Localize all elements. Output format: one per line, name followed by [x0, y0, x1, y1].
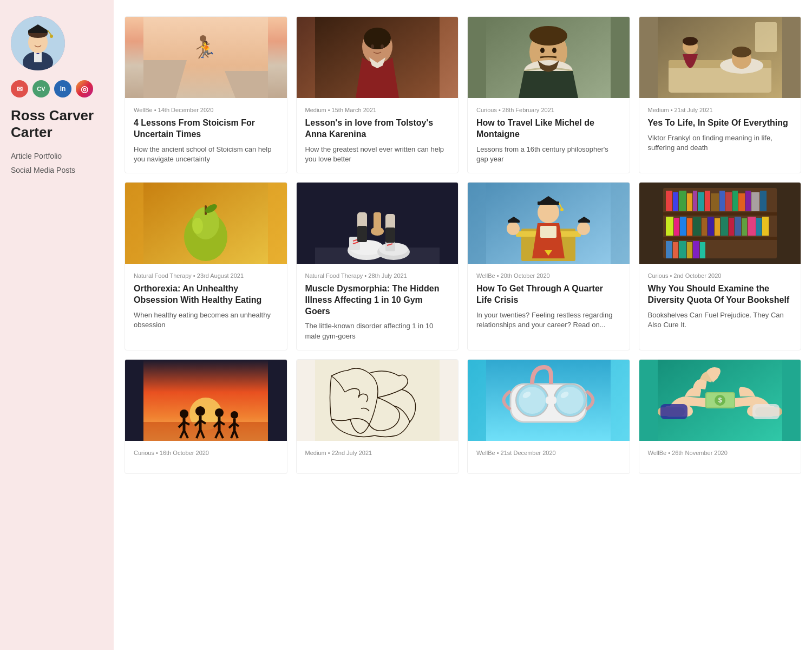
card-image-stoicism [125, 17, 287, 98]
svg-rect-99 [674, 218, 679, 236]
article-card-tolstoy[interactable]: Medium • 15th March 2021 Lesson's in lov… [296, 16, 459, 173]
card-image-tolstoy [297, 17, 459, 98]
svg-rect-103 [702, 218, 707, 236]
card-image-bookshelf [639, 183, 801, 264]
card-title-muscle: Muscle Dysmorphia: The Hidden Illness Af… [305, 283, 450, 317]
article-card-row3b[interactable]: Medium • 22nd July 2021 [296, 359, 459, 474]
article-card-yestolife[interactable]: Medium • 21st July 2021 Yes To Life, In … [639, 16, 802, 173]
svg-rect-73 [508, 220, 520, 223]
card-desc-bookshelf: Bookshelves Can Fuel Prejudice. They Can… [648, 310, 793, 330]
svg-point-44 [192, 218, 203, 234]
instagram-icon[interactable]: ◎ [76, 80, 93, 98]
svg-rect-38 [755, 22, 777, 52]
card-meta-row3b: Medium • 22nd July 2021 [305, 450, 450, 456]
svg-point-23 [381, 44, 384, 49]
card-meta-row3c: WellBe • 21st December 2020 [476, 450, 621, 456]
svg-rect-166 [752, 404, 780, 419]
email-icon[interactable]: ✉ [11, 80, 28, 98]
article-card-stoicism[interactable]: WellBe • 14th December 2020 4 Lessons Fr… [125, 16, 287, 173]
svg-rect-89 [705, 191, 710, 211]
article-card-row3d[interactable]: $ WellBe • 26th November 2020 [639, 359, 802, 474]
svg-line-18 [203, 52, 208, 57]
card-title-montaigne: How to Travel Like Michel de Montaigne [476, 118, 621, 140]
card-meta-orthorexia: Natural Food Therapy • 23rd August 2021 [134, 272, 278, 279]
card-meta-row3a: Curious • 16th October 2020 [134, 450, 278, 456]
card-title-quarterlife: How To Get Through A Quarter Life Crisis [476, 283, 621, 306]
card-desc-yestolife: Viktor Frankyl on finding meaning in lif… [648, 133, 793, 153]
card-meta-stoicism: WellBe • 14th December 2020 [134, 107, 278, 113]
svg-line-15 [197, 46, 203, 49]
card-desc-muscle: The little-known disorder affecting 1 in… [305, 321, 450, 341]
article-card-bookshelf[interactable]: Curious • 2nd October 2020 Why You Shoul… [639, 182, 802, 350]
card-meta-montaigne: Curious • 28th February 2021 [476, 107, 621, 113]
svg-rect-102 [693, 217, 701, 236]
svg-rect-83 [666, 191, 672, 211]
svg-rect-121 [143, 422, 268, 441]
svg-point-37 [683, 37, 698, 46]
card-meta-quarterlife: WellBe • 20th October 2020 [476, 272, 621, 279]
svg-point-13 [200, 35, 206, 42]
svg-point-150 [519, 387, 546, 414]
svg-rect-118 [700, 242, 705, 258]
card-image-row3d: $ [639, 360, 801, 441]
article-card-montaigne[interactable]: Curious • 28th February 2021 How to Trav… [467, 16, 630, 173]
svg-line-16 [203, 44, 209, 46]
svg-rect-6 [28, 30, 48, 33]
svg-rect-96 [751, 192, 759, 211]
article-card-muscle[interactable]: Natural Food Therapy • 28th July 2021 Mu… [296, 182, 459, 350]
svg-rect-85 [679, 191, 686, 211]
card-image-yestolife [639, 17, 801, 98]
article-card-orthorexia[interactable]: Natural Food Therapy • 23rd August 2021 … [125, 182, 287, 350]
card-title-stoicism: 4 Lessons From Stoicism For Uncertain Ti… [134, 118, 278, 140]
svg-rect-91 [719, 191, 725, 211]
card-title-yestolife: Yes To Life, In Spite Of Everything [648, 118, 793, 129]
card-body-row3b: Medium • 22nd July 2021 [297, 441, 459, 473]
svg-rect-100 [680, 217, 686, 236]
svg-rect-81 [663, 212, 777, 216]
card-title-orthorexia: Orthorexia: An Unhealthy Obsession With … [134, 283, 278, 306]
svg-rect-95 [745, 191, 751, 211]
svg-rect-59 [357, 226, 367, 242]
svg-rect-165 [660, 404, 687, 419]
article-card-quarterlife[interactable]: WellBe • 20th October 2020 How To Get Th… [467, 182, 630, 350]
svg-point-9 [50, 35, 53, 38]
svg-rect-86 [687, 193, 692, 211]
card-body-quarterlife: WellBe • 20th October 2020 How To Get Th… [468, 264, 630, 350]
svg-rect-104 [708, 217, 714, 236]
svg-rect-87 [693, 191, 697, 211]
nav-article-portfolio[interactable]: Article Portfolio [11, 152, 103, 160]
card-body-montaigne: Curious • 28th February 2021 How to Trav… [468, 98, 630, 173]
avatar [11, 16, 65, 70]
svg-rect-116 [687, 242, 692, 258]
svg-rect-111 [756, 218, 762, 236]
svg-rect-98 [666, 217, 673, 236]
svg-rect-109 [742, 218, 747, 236]
card-title-tolstoy: Lesson's in love from Tolstoy's Anna Kar… [305, 118, 450, 140]
nav-social-media[interactable]: Social Media Posts [11, 166, 103, 174]
card-meta-tolstoy: Medium • 15th March 2021 [305, 107, 450, 113]
card-image-muscle [297, 183, 459, 264]
card-body-row3a: Curious • 16th October 2020 [125, 441, 287, 473]
svg-rect-93 [732, 191, 738, 211]
svg-point-29 [552, 48, 556, 53]
social-icons-container: ✉ CV in ◎ [11, 80, 103, 98]
card-desc-quarterlife: In your twenties? Feeling restless regar… [476, 310, 621, 330]
linkedin-icon[interactable]: in [54, 80, 71, 98]
svg-rect-108 [735, 217, 741, 236]
svg-point-128 [195, 406, 205, 416]
svg-rect-94 [738, 193, 745, 211]
svg-text:$: $ [718, 396, 722, 404]
svg-rect-153 [546, 396, 556, 404]
card-body-bookshelf: Curious • 2nd October 2020 Why You Shoul… [639, 264, 801, 350]
svg-rect-107 [729, 218, 734, 236]
card-desc-montaigne: Lessons from a 16th century philosopher'… [476, 145, 621, 164]
svg-rect-97 [760, 191, 767, 211]
svg-rect-76 [578, 220, 590, 223]
cv-icon[interactable]: CV [32, 80, 50, 98]
svg-rect-60 [385, 227, 395, 243]
article-card-row3c[interactable]: WellBe • 21st December 2020 [467, 359, 630, 474]
article-card-row3a[interactable]: Curious • 16th October 2020 [125, 359, 287, 474]
svg-rect-112 [762, 217, 769, 236]
card-body-orthorexia: Natural Food Therapy • 23rd August 2021 … [125, 264, 287, 350]
main-content: WellBe • 14th December 2020 4 Lessons Fr… [114, 0, 812, 650]
